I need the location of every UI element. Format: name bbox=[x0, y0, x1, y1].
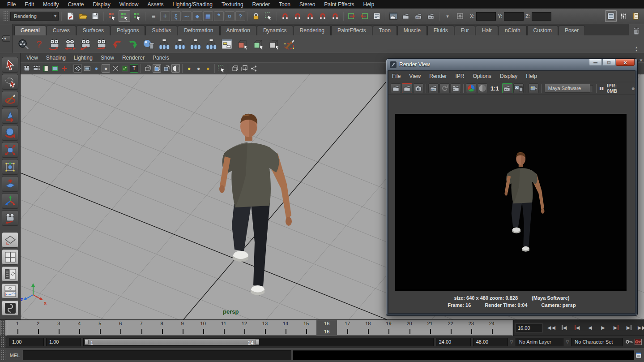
mask-curves-icon[interactable]: ∼ bbox=[182, 11, 192, 21]
menu-toon[interactable]: Toon bbox=[274, 1, 295, 8]
frame-6[interactable]: 6 bbox=[110, 320, 131, 335]
rv-settings-icon[interactable] bbox=[502, 83, 512, 93]
rv-ipr-region-icon[interactable] bbox=[451, 83, 461, 93]
playback-start-field[interactable] bbox=[46, 338, 81, 346]
step-back-key-button[interactable]: ◀ bbox=[571, 323, 583, 333]
shelf-tab-general[interactable]: General bbox=[14, 26, 46, 35]
single-pane-cube-icon[interactable] bbox=[230, 64, 239, 73]
rv-pause-icon[interactable]: ▮▮ bbox=[599, 86, 604, 90]
frame-3[interactable]: 3 bbox=[48, 320, 69, 335]
go-to-start-button[interactable]: ◀◀ bbox=[545, 323, 557, 333]
pan-zoom-icon[interactable] bbox=[60, 64, 68, 73]
range-start-handle[interactable] bbox=[85, 340, 89, 345]
win-minimize-icon[interactable]: — bbox=[589, 59, 602, 66]
menu-window[interactable]: Window bbox=[115, 1, 143, 8]
z-field[interactable] bbox=[532, 12, 551, 21]
mask-misc-icon[interactable]: ? bbox=[235, 11, 245, 21]
frame-15[interactable]: 15 bbox=[296, 320, 316, 335]
range-slider[interactable]: 1 24 bbox=[83, 338, 434, 346]
hardware-texturing-icon[interactable] bbox=[171, 64, 180, 73]
win-maximize-icon[interactable]: □ bbox=[602, 59, 615, 66]
shelf-tab-custom[interactable]: Custom bbox=[527, 26, 558, 35]
flipbook-icon[interactable] bbox=[16, 37, 30, 52]
rv-rgb-icon[interactable] bbox=[466, 83, 476, 93]
save-scene-icon[interactable] bbox=[90, 10, 101, 22]
ik-spline-icon[interactable] bbox=[188, 37, 203, 52]
command-input[interactable] bbox=[23, 350, 291, 360]
paint-scripts-icon[interactable] bbox=[282, 37, 297, 52]
shelf-tab-painteffects[interactable]: PaintEffects bbox=[331, 26, 372, 35]
select-tool-icon[interactable] bbox=[2, 57, 18, 73]
frame-5[interactable]: 5 bbox=[90, 320, 110, 335]
character-set-dropdown-icon[interactable] bbox=[566, 340, 569, 344]
shelf-tab-fur[interactable]: Fur bbox=[455, 26, 475, 35]
one-to-one-label[interactable]: 1:1 bbox=[490, 85, 499, 92]
frame-7[interactable]: 7 bbox=[131, 320, 151, 335]
camera-track-icon[interactable] bbox=[63, 37, 77, 52]
lasso-tool-icon[interactable] bbox=[2, 74, 18, 90]
rv-render-region-icon[interactable] bbox=[402, 83, 412, 93]
menu-options[interactable]: Options bbox=[473, 73, 491, 79]
toolbar-grip[interactable] bbox=[3, 10, 8, 22]
duplicate-green-icon[interactable] bbox=[251, 37, 265, 52]
range-end-handle[interactable] bbox=[255, 340, 259, 345]
menu-ipr[interactable]: IPR bbox=[456, 73, 465, 79]
duplicate-red-icon[interactable] bbox=[235, 37, 250, 52]
flat-light-icon[interactable]: ● bbox=[194, 64, 203, 73]
shelf-tab-polygons[interactable]: Polygons bbox=[111, 26, 145, 35]
image-plane-icon[interactable] bbox=[51, 64, 59, 73]
rv-keep-icon[interactable] bbox=[529, 83, 539, 93]
xray-mode-icon[interactable] bbox=[162, 64, 171, 73]
character-set-select[interactable]: No Character Set bbox=[571, 338, 623, 346]
frame-9[interactable]: 9 bbox=[172, 320, 193, 335]
frame-2[interactable]: 2 bbox=[28, 320, 48, 335]
rv-alpha-icon[interactable] bbox=[477, 83, 487, 93]
wireframe-on-shaded-icon[interactable] bbox=[153, 64, 161, 73]
frame-10[interactable]: 10 bbox=[193, 320, 213, 335]
auto-key-icon[interactable] bbox=[634, 338, 642, 345]
selection-dropdown-icon[interactable]: ▾ bbox=[442, 10, 453, 22]
mask-deformations-icon[interactable]: ▦ bbox=[203, 11, 213, 21]
insert-joint-icon[interactable] bbox=[204, 37, 218, 52]
shelf-tab-fluids[interactable]: Fluids bbox=[427, 26, 454, 35]
menu-set-selector[interactable]: Rendering bbox=[10, 12, 59, 21]
joint-tool-icon[interactable] bbox=[157, 37, 171, 52]
snap-center-icon[interactable] bbox=[329, 10, 341, 22]
menu-assets[interactable]: Assets bbox=[143, 1, 168, 8]
key-icon-icon[interactable] bbox=[625, 339, 633, 345]
rv-render-icon[interactable] bbox=[391, 83, 401, 93]
shelf-tab-surfaces[interactable]: Surfaces bbox=[77, 26, 110, 35]
select-object-icon[interactable] bbox=[119, 10, 130, 22]
rv-refresh-icon[interactable] bbox=[439, 83, 450, 93]
texture-view-icon[interactable]: T bbox=[130, 64, 138, 73]
frame-1[interactable]: 1 bbox=[7, 320, 28, 335]
input-connections-icon[interactable] bbox=[346, 10, 358, 22]
viewport-select-icon[interactable] bbox=[217, 64, 226, 73]
rv-indicator-icon[interactable]: ● bbox=[631, 85, 635, 91]
frame-11[interactable]: 11 bbox=[213, 320, 234, 335]
playback-end-field[interactable] bbox=[436, 338, 471, 346]
mask-dynamics-icon[interactable]: * bbox=[214, 11, 224, 21]
open-scene-icon[interactable] bbox=[77, 10, 89, 22]
new-scene-icon[interactable] bbox=[64, 10, 76, 22]
frame-22[interactable]: 22 bbox=[440, 320, 461, 335]
frame-19[interactable]: 19 bbox=[378, 320, 399, 335]
time-slider[interactable]: 1234567891011121314151616171819202122232… bbox=[7, 320, 512, 336]
shelf-tab-curves[interactable]: Curves bbox=[47, 26, 76, 35]
menu-help[interactable]: Help bbox=[526, 73, 537, 79]
scale-tool-icon[interactable] bbox=[2, 142, 18, 158]
play-backwards-button[interactable]: ◀ bbox=[584, 323, 596, 333]
smooth-shade-icon[interactable]: ● bbox=[92, 64, 101, 73]
grid-display-icon[interactable] bbox=[73, 64, 82, 73]
mask-rendering-icon[interactable]: ¤ bbox=[225, 11, 235, 21]
command-language-toggle[interactable]: MEL bbox=[7, 353, 23, 358]
isolate-select-icon[interactable] bbox=[143, 64, 152, 73]
frame-18[interactable]: 18 bbox=[358, 320, 378, 335]
mask-points-icon[interactable]: + bbox=[160, 11, 170, 21]
command-grip[interactable] bbox=[0, 349, 5, 361]
redo-icon[interactable] bbox=[126, 37, 140, 52]
shelf-tab-dynamics[interactable]: Dynamics bbox=[257, 26, 293, 35]
current-time-field[interactable] bbox=[515, 323, 543, 332]
highlight-selection-icon[interactable] bbox=[263, 10, 274, 22]
universal-manipulator-icon[interactable] bbox=[2, 159, 18, 175]
